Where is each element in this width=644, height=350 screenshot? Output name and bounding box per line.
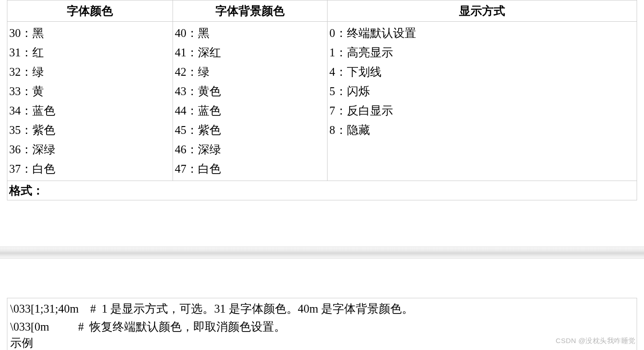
color-entry: 44：蓝色 xyxy=(175,101,325,121)
table-data-row: 30：黑 31：红 32：绿 33：黄 34：蓝色 35：紫色 36：深绿 37… xyxy=(7,22,637,181)
color-entry: 32：绿 xyxy=(9,62,171,82)
color-entry: 37：白色 xyxy=(9,159,171,179)
mode-entry: 8：隐藏 xyxy=(329,121,635,140)
code-line: \033[1;31;40m # 1 是显示方式，可选。31 是字体颜色。40m … xyxy=(10,302,413,315)
code-line: \033[0m # 恢复终端默认颜色，即取消颜色设置。 xyxy=(10,320,286,333)
section-divider xyxy=(0,247,644,259)
color-entry: 36：深绿 xyxy=(9,140,171,159)
color-entry: 35：紫色 xyxy=(9,121,171,140)
mode-entry: 0：终端默认设置 xyxy=(329,24,635,43)
cell-font-colors: 30：黑 31：红 32：绿 33：黄 34：蓝色 35：紫色 36：深绿 37… xyxy=(7,22,173,181)
mode-entry: 4：下划线 xyxy=(329,62,635,82)
color-entry: 30：黑 xyxy=(9,24,171,43)
color-entry: 34：蓝色 xyxy=(9,101,171,121)
color-entry: 42：绿 xyxy=(175,62,325,82)
color-entry: 41：深红 xyxy=(175,43,325,62)
header-display-mode: 显示方式 xyxy=(328,0,637,22)
format-label: 格式： xyxy=(7,181,637,200)
code-content: \033[1;31;40m # 1 是显示方式，可选。31 是字体颜色。40m … xyxy=(7,298,637,336)
table-footer-row: 格式： xyxy=(7,181,637,200)
color-entry: 43：黄色 xyxy=(175,82,325,101)
header-font-color: 字体颜色 xyxy=(7,0,173,22)
cell-display-modes: 0：终端默认设置 1：高亮显示 4：下划线 5：闪烁 7：反白显示 8：隐藏 xyxy=(328,22,637,181)
table-header-row: 字体颜色 字体背景颜色 显示方式 xyxy=(7,0,637,22)
color-entry: 47：白色 xyxy=(175,159,325,179)
ansi-color-table: 字体颜色 字体背景颜色 显示方式 30：黑 31：红 32：绿 33：黄 34：… xyxy=(7,0,637,200)
color-entry: 40：黑 xyxy=(175,24,325,43)
cell-bg-colors: 40：黑 41：深红 42：绿 43：黄色 44：蓝色 45：紫色 46：深绿 … xyxy=(173,22,328,181)
mode-entry: 1：高亮显示 xyxy=(329,43,635,62)
code-example-block: \033[1;31;40m # 1 是显示方式，可选。31 是字体颜色。40m … xyxy=(7,298,637,350)
document-content: 字体颜色 字体背景颜色 显示方式 30：黑 31：红 32：绿 33：黄 34：… xyxy=(0,0,644,200)
mode-entry: 5：闪烁 xyxy=(329,82,635,101)
mode-entry: 7：反白显示 xyxy=(329,101,635,121)
partial-heading: 示例 xyxy=(7,335,637,350)
color-entry: 31：红 xyxy=(9,43,171,62)
header-bg-color: 字体背景颜色 xyxy=(173,0,328,22)
color-entry: 45：紫色 xyxy=(175,121,325,140)
color-entry: 46：深绿 xyxy=(175,140,325,159)
color-entry: 33：黄 xyxy=(9,82,171,101)
